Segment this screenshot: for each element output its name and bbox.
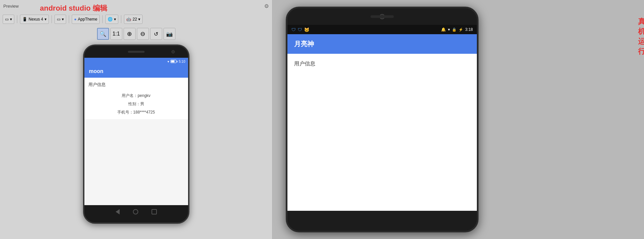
- bell-icon: 🔔: [441, 27, 446, 32]
- real-app-bar-title: 月亮神: [294, 40, 314, 47]
- phone-speaker: [128, 51, 145, 53]
- screen-size-dropdown: ▾: [62, 17, 64, 22]
- fit-screen-button[interactable]: 🔍: [97, 28, 109, 40]
- phone-phone-number: 手机号：188****4725: [117, 110, 155, 115]
- cat-icon: 🐱: [304, 27, 309, 32]
- api-version: 22: [133, 17, 137, 22]
- toolbar-sep-5: [121, 15, 121, 23]
- device-icon: 📱: [22, 17, 27, 22]
- screen-size-icon: ▭: [57, 17, 60, 22]
- real-phone-screen: 🛡 🛡 🐱 🔔 ▾ 🔒 ⚡ 3:18 月亮神 用户信息: [287, 25, 477, 211]
- real-device-panel: 真机运行 🛡 🛡 🐱 🔔 ▾ 🔒 ⚡: [272, 0, 644, 239]
- locale-button[interactable]: 🌐 ▾: [105, 15, 118, 24]
- status-time: 5:10: [179, 60, 185, 63]
- android-icon: 🤖: [126, 17, 131, 22]
- api-dropdown: ▾: [138, 17, 140, 22]
- real-phone-frame: 🛡 🛡 🐱 🔔 ▾ 🔒 ⚡ 3:18 月亮神 用户信息: [286, 7, 479, 232]
- studio-annotation-label: android studio 编辑: [40, 3, 107, 13]
- lock-icon: 🔒: [452, 28, 457, 32]
- zoom-in-button[interactable]: ⊕: [124, 28, 136, 40]
- battery-icon: [170, 60, 177, 63]
- phone-frame: ▾ 5:10 moon 用户信息: [83, 44, 189, 224]
- toolbar-row2: 🔍 1:1 ⊕ ⊖ ↺ 📷: [0, 27, 272, 41]
- theme-icon: ●: [74, 17, 76, 22]
- phone-app-bar: moon: [84, 65, 188, 78]
- screenshot-icon: 📷: [166, 31, 173, 37]
- device-name: Nexus 4: [29, 17, 43, 22]
- screen-size-button[interactable]: ▭ ▾: [54, 15, 66, 24]
- real-status-left-icons: 🛡 🛡 🐱: [291, 27, 309, 32]
- phone-username: 用户名：pengkv: [122, 93, 151, 99]
- real-device-annotation-label: 真机运行: [638, 17, 644, 56]
- real-status-bar: 🛡 🛡 🐱 🔔 ▾ 🔒 ⚡ 3:18: [287, 25, 477, 34]
- preview-panel: Preview ⚙ android studio 编辑 ▭ ▾ 📱 Nexus …: [0, 0, 272, 239]
- real-content-title: 用户信息: [294, 60, 470, 67]
- refresh-icon: ↺: [154, 31, 158, 37]
- orientation-icon: ▭: [5, 17, 9, 22]
- refresh-button[interactable]: ↺: [150, 28, 162, 40]
- real-status-right-icons: 🔔 ▾ 🔒 ⚡ 3:18: [441, 27, 473, 32]
- real-phone-speaker: [371, 15, 394, 18]
- theme-selector-button[interactable]: ● AppTheme: [72, 15, 100, 24]
- theme-name: AppTheme: [78, 17, 97, 22]
- phone-status-bar: ▾ 5:10: [84, 58, 188, 65]
- real-status-time: 3:18: [465, 27, 473, 32]
- zoom-out-icon: ⊖: [140, 30, 145, 38]
- real-app-bar: 月亮神: [287, 34, 477, 54]
- toolbar-sep-1: [17, 15, 17, 23]
- actual-size-button[interactable]: 1:1: [110, 28, 122, 40]
- phone-content: 用户信息 用户名：pengkv 性别：男 手机号：188****4725: [84, 78, 188, 119]
- real-phone-bottom-bezel: [287, 211, 477, 231]
- real-phone-top-bezel: [287, 8, 477, 25]
- shield-blue-icon-1: 🛡: [291, 27, 296, 32]
- toolbar-row1: ▭ ▾ 📱 Nexus 4 ▾ ▭ ▾ ● AppTheme 🌐 ▾: [0, 12, 272, 27]
- phone-screen: ▾ 5:10 moon 用户信息: [84, 58, 188, 205]
- home-button[interactable]: [133, 209, 138, 214]
- phone-camera: [171, 50, 175, 53]
- real-wifi-icon: ▾: [448, 27, 450, 32]
- phone-preview-container: ▾ 5:10 moon 用户信息: [0, 41, 272, 224]
- phone-content-title: 用户信息: [88, 82, 184, 88]
- actual-size-label: 1:1: [112, 31, 120, 37]
- phone-gender: 性别：男: [128, 101, 144, 107]
- phone-app-bar-title: moon: [89, 68, 104, 74]
- zoom-out-button[interactable]: ⊖: [137, 28, 149, 40]
- locale-icon: 🌐: [108, 17, 113, 22]
- shield-blue-icon-2: 🛡: [298, 27, 302, 32]
- recents-button[interactable]: [152, 209, 157, 214]
- orientation-button[interactable]: ▭ ▾: [3, 15, 14, 24]
- back-button[interactable]: [116, 209, 120, 214]
- device-selector-button[interactable]: 📱 Nexus 4 ▾: [20, 15, 49, 24]
- preview-title: Preview: [3, 4, 19, 9]
- wifi-status-icon: ▾: [167, 60, 169, 63]
- zoom-in-icon: ⊕: [127, 30, 132, 38]
- orientation-dropdown: ▾: [10, 17, 12, 22]
- device-dropdown-arrow: ▾: [45, 17, 47, 22]
- toolbar-sep-3: [69, 15, 69, 23]
- fit-screen-icon: 🔍: [100, 31, 106, 37]
- toolbar-sep-2: [52, 15, 52, 23]
- phone-bottom-nav: [84, 205, 188, 218]
- settings-icon[interactable]: ⚙: [264, 3, 269, 9]
- screenshot-button[interactable]: 📷: [163, 28, 175, 40]
- phone-user-info: 用户名：pengkv 性别：男 手机号：188****4725: [88, 93, 184, 115]
- phone-top-bezel: [84, 46, 188, 58]
- toolbar-sep-4: [102, 15, 103, 23]
- api-version-button[interactable]: 🤖 22 ▾: [124, 15, 143, 24]
- charging-icon: ⚡: [459, 28, 463, 32]
- real-phone-content: 用户信息: [287, 54, 477, 211]
- locale-dropdown: ▾: [114, 17, 116, 22]
